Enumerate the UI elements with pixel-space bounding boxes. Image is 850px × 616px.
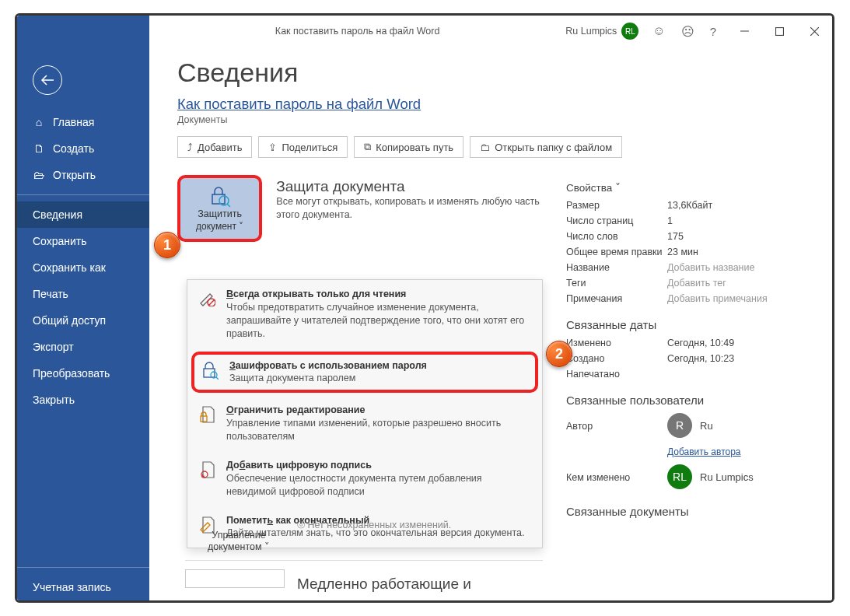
people-key-author: Автор (566, 421, 667, 432)
sidebar-item-transform[interactable]: Преобразовать (17, 360, 149, 387)
sidebar-item-account[interactable]: Учетная запись (17, 574, 149, 600)
menu-item-restrict[interactable]: Ограничить редактирование Управление тип… (187, 396, 542, 451)
related-documents-heading: Связанные документы (566, 505, 809, 518)
prop-ph-tags[interactable]: Добавить тег (667, 278, 726, 289)
menu-item-signature[interactable]: Добавить цифровую подпись Обеспечение це… (187, 451, 542, 506)
add-button[interactable]: ⤴ Добавить (177, 136, 252, 158)
date-key-created: Создано (566, 353, 667, 364)
prop-val-words: 175 (667, 231, 684, 242)
date-val-created: Сегодня, 10:23 (667, 353, 734, 364)
user-name: Ru Lumpics (565, 26, 617, 37)
page-heading: Сведения (177, 58, 809, 88)
menu-item-readonly[interactable]: Всегда открывать только для чтения Чтобы… (187, 280, 542, 348)
folder-icon: 🗀 (480, 142, 490, 153)
minimize-button[interactable] (727, 16, 762, 47)
help-icon[interactable]: ? (710, 25, 716, 38)
sidebar-item-open[interactable]: 🗁 Открыть (17, 162, 149, 188)
annotation-marker-2: 2 (546, 341, 572, 367)
add-author-link[interactable]: Добавить автора (667, 446, 741, 457)
protect-section-title: Защита документа (276, 178, 543, 195)
button-label: Открыть папку с файлом (495, 142, 612, 153)
sidebar-label: Сохранить (33, 235, 87, 247)
prop-val-edittime: 23 мин (667, 247, 698, 257)
sidebar-item-saveas[interactable]: Сохранить как (17, 254, 149, 281)
button-label: Поделиться (282, 142, 338, 153)
prop-key-tags: Теги (566, 278, 667, 289)
menu-desc-signature: Обеспечение целостности документа путем … (226, 472, 531, 499)
document-title-link[interactable]: Как поставить пароль на файл Word (177, 96, 809, 113)
open-folder-button[interactable]: 🗀 Открыть папку с файлом (470, 136, 622, 158)
sidebar-label: Учетная запись (33, 581, 111, 593)
menu-desc-restrict: Управление типами изменений, которые раз… (226, 417, 531, 443)
menu-title-encrypt: Зашифровать с использованием пароля (229, 359, 427, 373)
sidebar-item-home[interactable]: ⌂ Главная (17, 109, 149, 135)
performance-heading: Медленно работающие и (297, 576, 471, 593)
folder-open-icon: 🗁 (33, 169, 45, 181)
document-icon: 🗋 (33, 142, 45, 155)
lastmod-avatar-icon: RL (667, 464, 692, 489)
back-button[interactable] (33, 65, 62, 95)
prop-key-size: Размер (566, 200, 667, 211)
annotation-marker-1: 1 (154, 232, 180, 258)
button-label: Добавить (198, 142, 242, 153)
prop-val-pages: 1 (667, 215, 673, 226)
prop-key-pages: Число страниц (566, 215, 667, 226)
properties-heading[interactable]: Свойства ˅ (566, 181, 809, 194)
frown-icon[interactable]: ☹ (681, 24, 694, 39)
maximize-button[interactable] (762, 16, 797, 47)
user-account-button[interactable]: Ru Lumpics RL (565, 23, 642, 40)
title-bar-accent (17, 16, 149, 47)
title-bar: Как поставить пароль на файл Word Ru Lum… (17, 16, 832, 47)
sidebar-label: Закрыть (33, 394, 75, 406)
manage-label-1: Управление (212, 530, 266, 541)
menu-title-readonly: Всегда открывать только для чтения (226, 288, 531, 301)
sidebar-label: Создать (53, 142, 94, 155)
backstage-sidebar: ⌂ Главная 🗋 Создать 🗁 Открыть Сведения С… (17, 47, 149, 600)
sidebar-label: Экспорт (33, 341, 74, 353)
author-avatar-icon: R (667, 413, 692, 438)
sidebar-item-close[interactable]: Закрыть (17, 387, 149, 413)
svg-line-11 (227, 204, 230, 207)
unsaved-changes-text: ⦾ Нет несохраненных изменений. (297, 520, 451, 531)
sidebar-item-share[interactable]: Общий доступ (17, 307, 149, 334)
window-title: Как поставить пароль на файл Word (149, 26, 565, 37)
tile-label-1: Защитить (198, 208, 242, 219)
close-button[interactable] (797, 16, 832, 47)
sidebar-item-new[interactable]: 🗋 Создать (17, 135, 149, 162)
placeholder-tile[interactable] (185, 569, 285, 588)
sidebar-label: Общий доступ (33, 314, 106, 327)
sidebar-label: Открыть (53, 169, 96, 181)
share-icon: ⇪ (268, 142, 277, 153)
sidebar-item-print[interactable]: Печать (17, 281, 149, 307)
home-icon: ⌂ (33, 116, 45, 128)
share-button[interactable]: ⇪ Поделиться (258, 136, 348, 158)
people-key-lastmod: Кем изменено (566, 472, 667, 483)
sidebar-item-info[interactable]: Сведения (17, 201, 149, 228)
copy-path-button[interactable]: ⧉ Копировать путь (354, 136, 463, 158)
author-name: Ru (700, 420, 713, 432)
sidebar-label: Главная (53, 116, 94, 128)
prop-val-size: 13,6Кбайт (667, 200, 712, 211)
restrict-icon (197, 404, 217, 443)
button-label: Копировать путь (376, 142, 453, 153)
svg-line-16 (216, 377, 219, 380)
action-bar: ⤴ Добавить ⇪ Поделиться ⧉ Копировать пут… (177, 136, 809, 158)
svg-rect-1 (776, 27, 784, 35)
sidebar-item-export[interactable]: Экспорт (17, 334, 149, 360)
prop-key-edittime: Общее время правки (566, 247, 667, 257)
prop-ph-comments[interactable]: Добавить примечания (667, 293, 768, 304)
date-key-printed: Напечатано (566, 369, 667, 380)
lastmod-name: Ru Lumpics (700, 471, 754, 483)
menu-title-restrict: Ограничить редактирование (226, 404, 531, 417)
protect-document-tile[interactable]: Защитить документ ˅ (177, 175, 262, 242)
properties-panel: Свойства ˅ Размер13,6Кбайт Число страниц… (566, 175, 809, 524)
sidebar-label: Преобразовать (33, 367, 110, 380)
date-val-modified: Сегодня, 10:49 (667, 338, 734, 348)
sidebar-label: Печать (33, 288, 68, 300)
menu-item-encrypt[interactable]: Зашифровать с использованием пароля Защи… (191, 352, 538, 394)
smiley-icon[interactable]: ☺ (652, 24, 665, 38)
prop-key-comments: Примечания (566, 293, 667, 304)
manage-document-tile[interactable]: Управление документом ˅ (185, 520, 292, 562)
sidebar-item-save[interactable]: Сохранить (17, 228, 149, 254)
prop-ph-title[interactable]: Добавить название (667, 262, 754, 273)
